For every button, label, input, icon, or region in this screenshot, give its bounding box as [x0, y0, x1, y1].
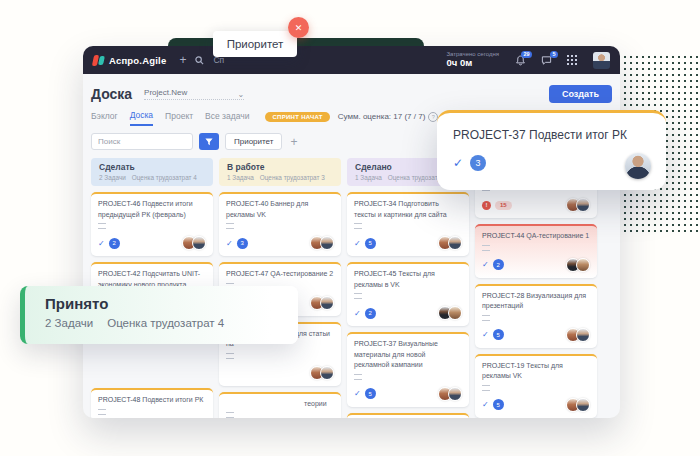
description-icon [354, 223, 362, 229]
search-icon[interactable] [195, 56, 204, 65]
filter-button[interactable] [199, 133, 219, 150]
estimate-badge: 2 [493, 259, 504, 270]
check-icon: ✓ [482, 260, 489, 269]
task-detail-popup[interactable]: PROJECT-37 Подвести итог РК ✓ 3 [437, 110, 666, 190]
task-card[interactable]: PROJECT-37 Визуальные материалы для ново… [347, 332, 469, 407]
description-icon [354, 293, 362, 299]
task-card[interactable]: PROJECT-40 Баннер для рекламы VK✓3 [219, 192, 341, 256]
create-button[interactable]: Создать [549, 85, 612, 103]
app-window: Аспро.Agile + Сп Затрачено сегодня 0ч 0м… [83, 46, 620, 418]
assignee-avatar [576, 398, 590, 412]
task-popup-title: PROJECT-37 Подвести итог РК [453, 128, 650, 142]
tab-project[interactable]: Проект [165, 111, 193, 125]
check-icon: ✓ [482, 400, 489, 409]
task-title: Подвести итоги РК [140, 396, 203, 403]
assignee-avatar [192, 236, 206, 250]
task-card[interactable]: PROJECT-28 Визуализация для презентаций✓… [475, 284, 597, 348]
task-title: QA-тестирование 1 [524, 232, 589, 239]
priority-tooltip-label: Приоритет [227, 38, 284, 50]
task-id: PROJECT-47 [226, 270, 268, 277]
column-estimate: Оценка трудозатрат 3 [260, 174, 325, 181]
assignee-avatar [448, 306, 462, 320]
apps-grid-button[interactable] [567, 55, 577, 65]
add-filter-button[interactable]: + [290, 135, 297, 149]
assignee-avatar [448, 387, 462, 401]
task-card[interactable]: PROJECT-46 Подвести итоги предыдущей РК … [91, 192, 213, 256]
task-id: PROJECT-42 [98, 270, 140, 277]
board-select-value: Project.New [144, 88, 187, 97]
accepted-status-popup: Принято 2 Задачи Оценка трудозатрат 4 [20, 286, 298, 344]
task-id: PROJECT-44 [482, 232, 524, 239]
close-icon[interactable]: ✕ [288, 17, 309, 38]
description-icon [482, 315, 490, 321]
check-icon: ✓ [226, 239, 233, 248]
accepted-estimate: Оценка трудозатрат 4 [107, 317, 224, 329]
task-card[interactable]: PROJECT-34 Подготовить тексты и картинки… [347, 192, 469, 256]
column-title: Сделать [99, 162, 205, 172]
time-tracker[interactable]: Затрачено сегодня 0ч 0м [446, 51, 499, 69]
chat-badge: 5 [550, 51, 558, 59]
check-icon: ✓ [354, 239, 361, 248]
task-id: PROJECT-40 [226, 200, 268, 207]
page-title: Доска [91, 86, 132, 102]
check-icon: ✓ [98, 239, 105, 248]
task-title: теории [304, 400, 327, 407]
description-icon [98, 223, 106, 229]
overdue-badge: 15 [495, 201, 512, 210]
sprint-status-badge: СПРИНТ НАЧАТ [265, 112, 329, 122]
check-icon: ✓ [453, 156, 463, 170]
tab-all-tasks[interactable]: Все задачи [205, 111, 249, 125]
chat-button[interactable]: 5 [541, 55, 552, 66]
funnel-icon [205, 138, 213, 146]
description-icon [354, 374, 362, 380]
notifications-button[interactable]: 29 [515, 55, 526, 66]
logo-icon [93, 55, 104, 66]
column-done: Сделано1 ЗадачаОценка трудозатратPROJECT… [347, 158, 469, 418]
task-card[interactable]: PROJECT-23 Итоги РК✓6 [347, 413, 469, 419]
task-id: PROJECT-45 [354, 270, 396, 277]
description-icon [482, 385, 490, 391]
task-id: PROJECT-48 [98, 396, 140, 403]
board-select[interactable]: Project.New ⌄ [144, 88, 244, 100]
app-top-bar: Аспро.Agile + Сп Затрачено сегодня 0ч 0м… [83, 46, 620, 74]
tab-board[interactable]: Доска [130, 110, 153, 126]
task-title: QA-тестирование 2 [268, 270, 333, 277]
estimate-badge: 2 [365, 308, 376, 319]
task-card[interactable]: PROJECT-48 Подвести итоги РК✓3 [91, 388, 213, 418]
priority-tooltip: Приоритет ✕ [213, 31, 297, 57]
check-icon: ✓ [354, 309, 361, 318]
column-task-count: 1 Задача [227, 174, 254, 181]
check-icon: ✓ [354, 389, 361, 398]
app-logo: Аспро.Agile [93, 55, 166, 66]
assignee-avatar [576, 258, 590, 272]
add-icon[interactable]: + [179, 54, 186, 66]
estimate-badge: 5 [493, 399, 504, 410]
task-id: PROJECT-46 [98, 200, 140, 207]
description-icon [482, 245, 490, 251]
estimate-badge: 2 [109, 238, 120, 249]
task-card[interactable]: PROJECT-19 Тексты для рекламы VK✓5 [475, 354, 597, 418]
task-card[interactable]: теории✓3 [219, 392, 341, 419]
accepted-title: Принято [45, 295, 298, 312]
column-hidden: !15PROJECT-44 QA-тестирование 1✓2PROJECT… [475, 158, 597, 418]
user-avatar[interactable] [593, 52, 610, 69]
chevron-down-icon: ⌄ [237, 93, 244, 97]
column-task-count: 1 Задача [355, 174, 382, 181]
assignee-avatar [320, 236, 334, 250]
description-icon [226, 223, 234, 229]
description-icon [226, 353, 234, 359]
search-input[interactable] [91, 133, 193, 150]
alert-icon: ! [482, 201, 491, 210]
tab-backlog[interactable]: Бэклог [91, 111, 118, 125]
estimate-badge: 3 [237, 238, 248, 249]
task-id: PROJECT-34 [354, 200, 396, 207]
priority-filter-chip[interactable]: Приоритет [225, 133, 282, 150]
summary-estimate: Сумм. оценка: 17 (7 / 7)? [338, 112, 439, 122]
task-id: PROJECT-37 [354, 340, 396, 347]
task-id: PROJECT-28 [482, 292, 524, 299]
estimate-badge: 5 [365, 238, 376, 249]
task-card[interactable]: PROJECT-45 Тексты для рекламы в VK✓2 [347, 262, 469, 326]
accepted-tasks-count: 2 Задачи [45, 317, 93, 329]
task-card[interactable]: PROJECT-44 QA-тестирование 1✓2 [475, 224, 597, 278]
assignee-avatar [448, 236, 462, 250]
